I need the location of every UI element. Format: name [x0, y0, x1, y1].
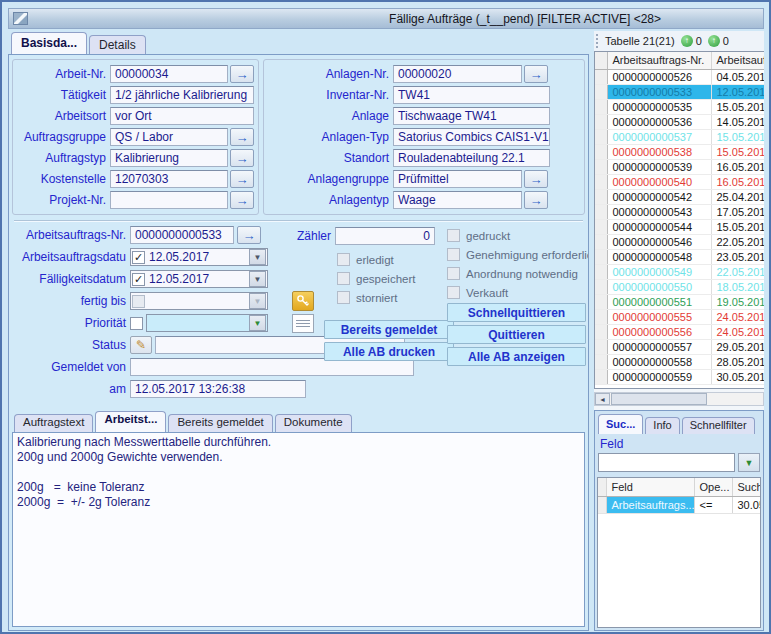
row-selector[interactable] — [595, 234, 607, 249]
row-selector[interactable] — [595, 369, 607, 384]
column-header[interactable]: Feld — [606, 478, 694, 496]
tab-info[interactable]: Info — [645, 417, 679, 434]
tab-details[interactable]: Details — [89, 35, 146, 54]
scrollbar-thumb[interactable] — [611, 393, 707, 405]
filter-row[interactable]: Arbeitsauftrags... <= 30.05.2017 — [598, 496, 761, 513]
column-header[interactable]: Arbeitsauftr... — [711, 52, 764, 69]
feld-dropdown-button[interactable]: ▼ — [738, 453, 760, 472]
arbeit-nr-lookup-button[interactable]: → — [230, 65, 254, 83]
kostenstelle-field[interactable]: 12070303 — [110, 170, 228, 188]
date-checkbox[interactable]: ✓ — [132, 273, 145, 286]
tab-arbeitstext[interactable]: Arbeitst... — [95, 411, 166, 432]
row-selector[interactable] — [595, 309, 607, 324]
column-header[interactable]: Suchw... — [732, 478, 761, 496]
taetigkeit-field[interactable]: 1/2 jährliche Kalibrierung — [110, 86, 254, 104]
faelligkeitsdatum-value[interactable]: 12.05.2017 — [146, 272, 249, 286]
table-row[interactable]: 000000000054016.05.2017 — [595, 174, 764, 189]
anlagen-nr-lookup-button[interactable]: → — [524, 65, 548, 83]
row-selector[interactable] — [595, 69, 607, 84]
table-row[interactable]: 000000000055828.05.2017 — [595, 354, 764, 369]
arbeit-nr-field[interactable]: 00000034 — [110, 65, 228, 83]
row-selector[interactable] — [595, 114, 607, 129]
auftragstyp-field[interactable]: Kalibrierung — [110, 149, 228, 167]
kostenstelle-lookup-button[interactable]: → — [230, 170, 254, 188]
tab-bereits-gemeldet[interactable]: Bereits gemeldet — [168, 414, 272, 432]
tab-dokumente[interactable]: Dokumente — [275, 414, 352, 432]
row-selector[interactable] — [595, 204, 607, 219]
row-selector[interactable] — [595, 219, 607, 234]
table-row[interactable]: 000000000053312.05.2017 — [595, 84, 764, 99]
table-row[interactable]: 000000000053715.05.2017 — [595, 129, 764, 144]
green-up-indicator-icon[interactable]: ↑ — [708, 35, 720, 47]
inventar-nr-field[interactable]: TW41 — [393, 86, 550, 104]
row-selector[interactable] — [595, 144, 607, 159]
table-row[interactable]: 000000000055930.05.2017 — [595, 369, 764, 384]
column-header[interactable]: Ope... — [694, 478, 732, 496]
anlage-field[interactable]: Tischwaage TW41 — [393, 107, 550, 125]
table-row[interactable]: 000000000054622.05.2017 — [595, 234, 764, 249]
alle-ab-drucken-button[interactable]: Alle AB drucken — [324, 342, 454, 361]
row-selector[interactable] — [595, 264, 607, 279]
anlagengruppe-field[interactable]: Prüfmittel — [393, 170, 522, 188]
bereits-gemeldet-button[interactable]: Bereits gemeldet — [324, 320, 454, 339]
anlagen-typ-field[interactable]: Satorius Combics CAIS1-V1 — [393, 128, 550, 146]
toolbar-grip[interactable] — [596, 34, 600, 48]
feld-input[interactable] — [598, 453, 735, 472]
schnellquittieren-button[interactable]: Schnellquittieren — [447, 303, 586, 322]
table-row[interactable]: 000000000054922.05.2017 — [595, 264, 764, 279]
row-selector[interactable] — [595, 249, 607, 264]
row-selector[interactable] — [595, 294, 607, 309]
zaehler-field[interactable]: 0 — [335, 227, 435, 245]
table-row[interactable]: 000000000055729.05.2017 — [595, 339, 764, 354]
table-row[interactable]: 000000000053815.05.2017 — [595, 144, 764, 159]
calendar-dropdown-button[interactable]: ▼ — [249, 293, 266, 309]
priority-checkbox[interactable] — [130, 317, 143, 330]
calendar-dropdown-button[interactable]: ▼ — [249, 249, 266, 265]
anlagentyp-lookup-button[interactable]: → — [524, 191, 548, 209]
arbeitsauftrags-nr-lookup-button[interactable]: → — [237, 226, 261, 244]
arbeitsauftragsdatum-value[interactable]: 12.05.2017 — [146, 250, 249, 264]
row-selector[interactable] — [595, 189, 607, 204]
priority-dropdown-button[interactable]: ▼ — [249, 315, 266, 331]
row-selector[interactable] — [595, 159, 607, 174]
table-row[interactable]: 000000000054225.04.2017 — [595, 189, 764, 204]
standort-field[interactable]: Rouladenabteilung 22.1 — [393, 149, 550, 167]
auftragstyp-lookup-button[interactable]: → — [230, 149, 254, 167]
table-row[interactable]: 000000000053614.05.2017 — [595, 114, 764, 129]
table-row[interactable]: 000000000055524.05.2017 — [595, 309, 764, 324]
row-selector[interactable] — [595, 84, 607, 99]
auftragsgruppe-field[interactable]: QS / Labor — [110, 128, 228, 146]
scroll-left-button[interactable]: ◄ — [595, 393, 610, 405]
table-row[interactable]: 000000000053515.05.2017 — [595, 99, 764, 114]
table-row[interactable]: 000000000054317.05.2017 — [595, 204, 764, 219]
anlagen-nr-field[interactable]: 00000020 — [393, 65, 522, 83]
table-row[interactable]: 000000000055624.05.2017 — [595, 324, 764, 339]
row-selector[interactable] — [595, 354, 607, 369]
tab-schnellfilter[interactable]: Schnellfilter — [682, 417, 755, 434]
arbeitsort-field[interactable]: vor Ort — [110, 107, 254, 125]
quittieren-button[interactable]: Quittieren — [447, 325, 586, 344]
row-selector[interactable] — [595, 174, 607, 189]
projekt-nr-lookup-button[interactable]: → — [230, 191, 254, 209]
table-row[interactable]: 000000000054823.05.2017 — [595, 249, 764, 264]
tab-auftragstext[interactable]: Auftragstext — [14, 414, 93, 432]
calendar-dropdown-button[interactable]: ▼ — [249, 271, 266, 287]
table-row[interactable]: 000000000055018.05.2017 — [595, 279, 764, 294]
gemeldet-am-field[interactable]: 12.05.2017 13:26:38 — [130, 380, 306, 398]
edit-status-button[interactable]: ✎ — [130, 336, 152, 354]
projekt-nr-field[interactable] — [110, 191, 228, 209]
arbeitsauftrags-nr-field[interactable]: 0000000000533 — [130, 226, 234, 244]
column-header[interactable]: Arbeitsauftrags-Nr. — [607, 52, 711, 69]
table-row[interactable]: 000000000055119.05.2017 — [595, 294, 764, 309]
anlagentyp-field[interactable]: Waage — [393, 191, 522, 209]
date-checkbox[interactable]: ✓ — [132, 251, 145, 264]
row-selector[interactable] — [595, 339, 607, 354]
horizontal-scrollbar[interactable]: ◄ — [594, 392, 764, 406]
row-selector[interactable] — [595, 129, 607, 144]
auftragsgruppe-lookup-button[interactable]: → — [230, 128, 254, 146]
arbeitstext-textarea[interactable]: Kalibrierung nach Messwerttabelle durchf… — [12, 432, 585, 627]
green-up-indicator-icon[interactable]: ↑ — [681, 35, 693, 47]
row-selector[interactable] — [595, 324, 607, 339]
row-selector[interactable] — [595, 99, 607, 114]
table-row[interactable]: 000000000052604.05.2017 — [595, 69, 764, 84]
